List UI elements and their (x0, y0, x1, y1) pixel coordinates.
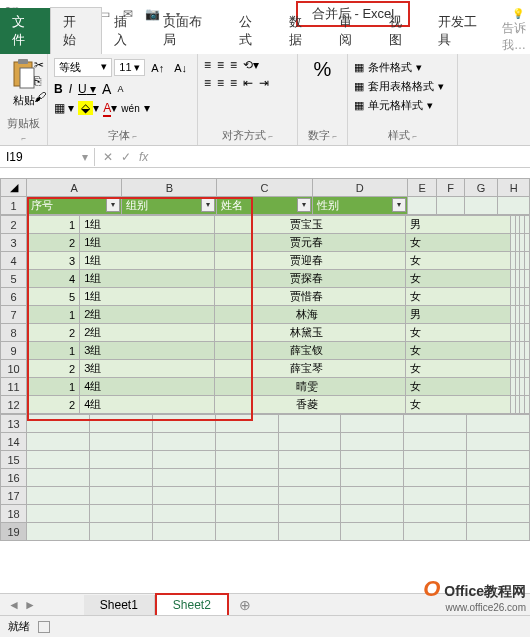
underline-button[interactable]: U ▾ (78, 82, 96, 96)
col-header[interactable]: E (407, 179, 436, 197)
cell[interactable]: 4组 (80, 396, 214, 414)
align-middle-icon[interactable]: ≡ (217, 58, 224, 72)
cell[interactable] (152, 505, 215, 523)
cell[interactable] (467, 487, 530, 505)
row-header[interactable]: 18 (1, 505, 27, 523)
cell[interactable]: 贾惜春 (214, 288, 405, 306)
col-header[interactable]: D (312, 179, 407, 197)
tab-view[interactable]: 视图 (377, 8, 427, 54)
bold-button[interactable]: B (54, 82, 63, 96)
cell[interactable] (404, 415, 467, 433)
cell[interactable] (464, 197, 498, 215)
cell[interactable]: 晴雯 (214, 378, 405, 396)
cell[interactable] (89, 505, 152, 523)
cell[interactable]: 3组 (80, 342, 214, 360)
align-center-icon[interactable]: ≡ (217, 76, 224, 90)
cell[interactable]: 贾宝玉 (214, 216, 405, 234)
cell[interactable]: 女 (405, 252, 510, 270)
col-header[interactable]: F (437, 179, 464, 197)
row-header[interactable]: 4 (1, 252, 27, 270)
row-header[interactable]: 16 (1, 469, 27, 487)
cell[interactable] (525, 360, 530, 378)
cell[interactable] (407, 197, 436, 215)
row-header[interactable]: 12 (1, 396, 27, 414)
orientation-icon[interactable]: ⟲▾ (243, 58, 259, 72)
spreadsheet-grid[interactable]: ◢ A B C D E F G H 1 序号▾ 组别▾ 姓名▾ 性别▾ 2 1 … (0, 178, 530, 541)
col-header[interactable]: H (498, 179, 530, 197)
format-painter-icon[interactable]: 🖌 (34, 90, 46, 104)
cell[interactable] (215, 415, 278, 433)
cell[interactable] (278, 505, 341, 523)
align-left-icon[interactable]: ≡ (204, 76, 211, 90)
cell[interactable] (341, 469, 404, 487)
cell[interactable] (525, 306, 530, 324)
table-header-cell[interactable]: 性别▾ (312, 197, 407, 215)
cell[interactable] (404, 451, 467, 469)
cancel-icon[interactable]: ✕ (103, 150, 113, 164)
cell[interactable] (525, 378, 530, 396)
row-header[interactable]: 3 (1, 234, 27, 252)
copy-icon[interactable]: ⎘ (34, 74, 46, 88)
cell[interactable]: 香菱 (214, 396, 405, 414)
cell[interactable]: 1 (27, 306, 80, 324)
col-header[interactable]: G (464, 179, 498, 197)
cell[interactable]: 1 (27, 378, 80, 396)
cell[interactable]: 2 (27, 396, 80, 414)
cell[interactable]: 2 (27, 324, 80, 342)
confirm-icon[interactable]: ✓ (121, 150, 131, 164)
cell[interactable] (89, 451, 152, 469)
cell[interactable]: 1组 (80, 252, 214, 270)
cell[interactable]: 1组 (80, 234, 214, 252)
cell[interactable] (152, 433, 215, 451)
cell-styles-button[interactable]: ▦单元格样式 ▾ (354, 96, 451, 115)
italic-button[interactable]: I (69, 82, 72, 96)
cell[interactable] (215, 433, 278, 451)
row-header[interactable]: 11 (1, 378, 27, 396)
cell[interactable] (152, 469, 215, 487)
row-header[interactable]: 10 (1, 360, 27, 378)
cell[interactable] (152, 523, 215, 541)
cell[interactable] (341, 415, 404, 433)
row-header[interactable]: 15 (1, 451, 27, 469)
cell[interactable] (467, 415, 530, 433)
cell[interactable] (278, 487, 341, 505)
cell[interactable] (278, 451, 341, 469)
cell[interactable] (215, 451, 278, 469)
tab-file[interactable]: 文件 (0, 8, 50, 54)
row-header[interactable]: 5 (1, 270, 27, 288)
cell[interactable] (152, 415, 215, 433)
cell[interactable] (525, 342, 530, 360)
cell[interactable] (498, 197, 530, 215)
cell[interactable]: 贾探春 (214, 270, 405, 288)
cell[interactable] (27, 433, 90, 451)
row-header[interactable]: 19 (1, 523, 27, 541)
decrease-font-icon[interactable]: A↓ (170, 60, 191, 76)
cell[interactable]: 男 (405, 216, 510, 234)
cell[interactable]: 女 (405, 288, 510, 306)
cell[interactable] (27, 505, 90, 523)
cell[interactable]: 林海 (214, 306, 405, 324)
cell[interactable] (467, 451, 530, 469)
cell[interactable]: 2 (27, 360, 80, 378)
tab-dev[interactable]: 开发工具 (426, 8, 502, 54)
cell[interactable] (89, 469, 152, 487)
select-all-corner[interactable]: ◢ (1, 179, 27, 197)
cell[interactable]: 女 (405, 396, 510, 414)
font-size-select[interactable]: 11▾ (114, 59, 145, 76)
cell[interactable] (404, 523, 467, 541)
cell[interactable]: 3 (27, 252, 80, 270)
cell[interactable] (341, 523, 404, 541)
cell[interactable]: 2组 (80, 324, 214, 342)
cell[interactable]: 3组 (80, 360, 214, 378)
table-header-cell[interactable]: 序号▾ (27, 197, 122, 215)
cell[interactable]: 1组 (80, 288, 214, 306)
cell[interactable]: 2组 (80, 306, 214, 324)
cell[interactable] (525, 216, 530, 234)
fx-icon[interactable]: fx (139, 150, 148, 164)
table-format-button[interactable]: ▦套用表格格式 ▾ (354, 77, 451, 96)
row-header[interactable]: 14 (1, 433, 27, 451)
cell[interactable]: 女 (405, 270, 510, 288)
cell[interactable] (278, 523, 341, 541)
sheet-tab-2[interactable]: Sheet2 (155, 593, 229, 617)
cell[interactable] (27, 469, 90, 487)
